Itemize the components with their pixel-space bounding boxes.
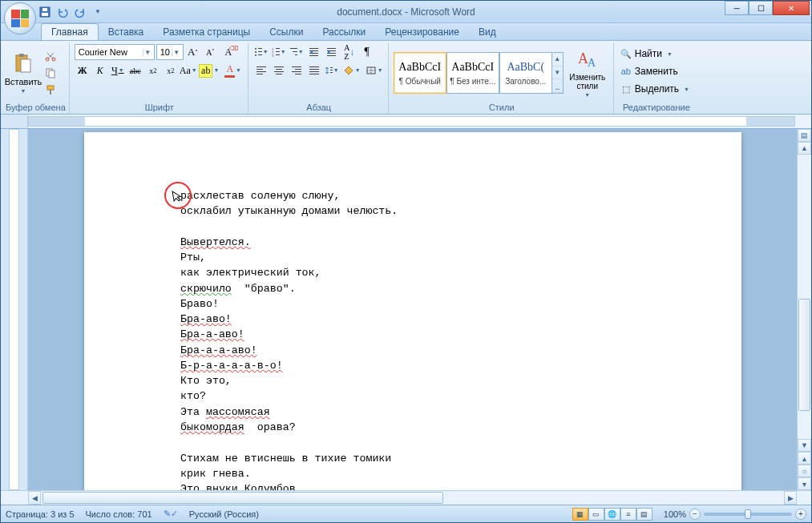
- view-draft[interactable]: ▤: [636, 508, 652, 521]
- vertical-scrollbar[interactable]: ▤ ▲ ▼ ▴ ○ ▾: [797, 129, 811, 490]
- line-spacing-button[interactable]: ▼: [324, 62, 340, 78]
- align-left-button[interactable]: [253, 62, 269, 78]
- status-proofing-icon[interactable]: ✎✓: [164, 509, 178, 519]
- view-full-screen[interactable]: ▭: [588, 508, 604, 521]
- ruler-toggle-button[interactable]: ▤: [798, 129, 811, 142]
- styles-gallery-more[interactable]: ▲▼⎯: [552, 52, 564, 94]
- tab-review[interactable]: Рецензирование: [375, 24, 469, 40]
- find-button[interactable]: 🔍Найти▼: [619, 46, 694, 62]
- font-name-combo[interactable]: Courier New▼: [75, 44, 155, 60]
- tab-references[interactable]: Ссылки: [260, 24, 313, 40]
- shrink-font-button[interactable]: A˅: [203, 44, 219, 60]
- vertical-ruler[interactable]: [1, 129, 28, 490]
- clear-format-button[interactable]: A⌫: [220, 44, 236, 60]
- chevron-down-icon: ▼: [21, 88, 26, 94]
- copy-button[interactable]: [42, 65, 59, 81]
- close-button[interactable]: ✕: [773, 1, 810, 15]
- scroll-up-button[interactable]: ▲: [798, 142, 811, 155]
- bold-button[interactable]: Ж: [75, 62, 91, 78]
- borders-button[interactable]: ▼: [364, 62, 385, 78]
- view-outline[interactable]: ≡: [620, 508, 636, 521]
- cut-button[interactable]: [42, 48, 59, 64]
- chevron-down-icon: ▼: [333, 67, 339, 74]
- paste-button[interactable]: Вставить ▼: [6, 44, 41, 102]
- svg-rect-42: [276, 74, 282, 74]
- align-justify-button[interactable]: [306, 62, 322, 78]
- svg-rect-41: [274, 71, 284, 72]
- scroll-thumb[interactable]: [798, 299, 810, 411]
- status-words[interactable]: Число слов: 701: [86, 509, 152, 519]
- style-no-spacing[interactable]: AaBbCcI¶ Без инте...: [446, 52, 499, 94]
- font-size-combo[interactable]: 10▼: [156, 44, 184, 60]
- horizontal-ruler[interactable]: [1, 115, 811, 129]
- sort-button[interactable]: AZ↓: [341, 44, 358, 60]
- indent-increase-button[interactable]: [324, 44, 340, 60]
- format-painter-button[interactable]: [42, 82, 59, 98]
- svg-rect-52: [330, 70, 333, 70]
- multilevel-button[interactable]: ▼: [289, 44, 305, 60]
- chevron-down-icon: ▼: [378, 67, 383, 74]
- hscroll-track[interactable]: [41, 491, 784, 505]
- tab-view[interactable]: Вид: [469, 24, 506, 40]
- svg-rect-27: [309, 48, 318, 49]
- show-marks-button[interactable]: ¶: [359, 44, 375, 60]
- strike-button[interactable]: abc: [127, 62, 143, 78]
- svg-rect-38: [257, 74, 263, 74]
- superscript-button[interactable]: x2: [163, 62, 179, 78]
- zoom-slider[interactable]: [704, 513, 792, 516]
- change-styles-button[interactable]: AA Изменить стили ▼: [565, 44, 610, 102]
- highlight-button[interactable]: ab▼: [198, 62, 220, 78]
- replace-button[interactable]: abЗаменить: [619, 63, 694, 79]
- italic-button[interactable]: К: [92, 62, 108, 78]
- zoom-knob[interactable]: [745, 509, 751, 519]
- document-text[interactable]: расхлестав соленую слюну,осклабил утыкан…: [180, 188, 693, 490]
- view-web-layout[interactable]: 🌐: [604, 508, 620, 521]
- font-color-button[interactable]: A▼: [222, 62, 244, 78]
- tab-home[interactable]: Главная: [41, 23, 99, 40]
- style-normal[interactable]: AaBbCcI¶ Обычный: [394, 52, 446, 94]
- cursor-annotation-circle: [164, 182, 192, 209]
- zoom-level[interactable]: 100%: [664, 509, 686, 519]
- office-button[interactable]: [4, 2, 36, 34]
- svg-rect-10: [47, 86, 54, 90]
- underline-button[interactable]: Ч▼: [110, 62, 126, 78]
- minimize-button[interactable]: ─: [725, 1, 749, 15]
- tab-insert[interactable]: Вставка: [99, 24, 154, 40]
- status-page[interactable]: Страница: 3 из 5: [6, 509, 75, 519]
- qat-save-button[interactable]: [38, 5, 52, 19]
- hscroll-thumb[interactable]: [42, 492, 443, 504]
- horizontal-scrollbar[interactable]: ◀ ▶: [1, 490, 811, 505]
- align-right-button[interactable]: [289, 62, 305, 78]
- svg-rect-25: [293, 51, 297, 52]
- numbering-button[interactable]: 123▼: [271, 44, 287, 60]
- prev-page-button[interactable]: ▴: [798, 452, 811, 465]
- scroll-track[interactable]: [798, 155, 811, 439]
- view-print-layout[interactable]: ▦: [572, 508, 588, 521]
- grow-font-button[interactable]: A˄: [185, 44, 201, 60]
- align-center-button[interactable]: [271, 62, 287, 78]
- maximize-button[interactable]: ☐: [749, 1, 773, 15]
- scroll-down-button[interactable]: ▼: [798, 439, 811, 452]
- shading-button[interactable]: ▼: [341, 62, 362, 78]
- qat-customize-button[interactable]: ▼: [91, 5, 105, 19]
- qat-redo-button[interactable]: [73, 5, 87, 19]
- change-case-button[interactable]: Aa▼: [180, 62, 196, 78]
- document-area[interactable]: расхлестав соленую слюну,осклабил утыкан…: [28, 129, 797, 490]
- qat-undo-button[interactable]: [55, 5, 70, 19]
- bullets-button[interactable]: ▼: [253, 44, 269, 60]
- select-button[interactable]: ⬚Выделить▼: [619, 81, 694, 97]
- style-heading1[interactable]: AaBbC(Заголово...: [499, 52, 552, 94]
- next-page-button[interactable]: ▾: [798, 477, 811, 490]
- status-language[interactable]: Русский (Россия): [189, 509, 259, 519]
- tab-mailings[interactable]: Рассылки: [313, 24, 375, 40]
- scroll-right-button[interactable]: ▶: [784, 491, 797, 505]
- indent-decrease-button[interactable]: [306, 44, 322, 60]
- scroll-left-button[interactable]: ◀: [28, 491, 41, 505]
- tab-layout[interactable]: Разметка страницы: [153, 24, 260, 40]
- zoom-out-button[interactable]: −: [689, 509, 701, 520]
- browse-object-button[interactable]: ○: [798, 465, 811, 477]
- svg-rect-2: [42, 8, 47, 11]
- page[interactable]: расхлестав соленую слюну,осклабил утыкан…: [84, 132, 741, 490]
- subscript-button[interactable]: x2: [145, 62, 161, 78]
- zoom-in-button[interactable]: +: [795, 509, 806, 520]
